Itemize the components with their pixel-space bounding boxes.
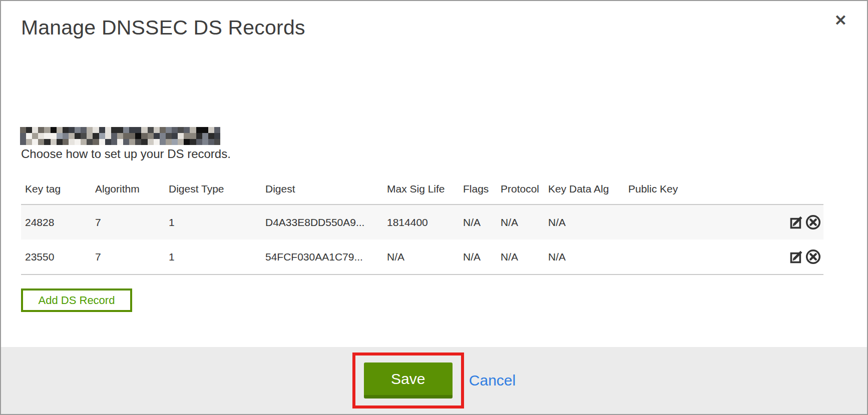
col-header-digest: Digest xyxy=(261,170,383,204)
cell-public-key xyxy=(624,240,698,274)
table-row: 24828 7 1 D4A33E8DD550A9... 1814400 N/A … xyxy=(21,204,823,240)
modal-footer: Save Cancel xyxy=(1,347,867,414)
delete-record-button[interactable] xyxy=(805,214,821,230)
col-header-digest-type: Digest Type xyxy=(165,170,261,204)
cell-protocol: N/A xyxy=(497,204,544,240)
col-header-max-sig-life: Max Sig Life xyxy=(383,170,459,204)
instruction-text: Choose how to set up your DS records. xyxy=(21,147,231,161)
delete-circle-x-icon xyxy=(805,224,821,232)
cell-key-tag: 23550 xyxy=(21,240,91,274)
cell-digest: D4A33E8DD550A9... xyxy=(261,204,383,240)
cell-digest: 54FCF030AA1C79... xyxy=(261,240,383,274)
save-button[interactable]: Save xyxy=(364,362,453,398)
edit-icon xyxy=(788,224,805,232)
edit-record-button[interactable] xyxy=(788,248,805,265)
cell-public-key xyxy=(624,204,698,240)
table-header-row: Key tag Algorithm Digest Type Digest Max… xyxy=(21,170,823,204)
edit-record-button[interactable] xyxy=(788,214,805,230)
edit-icon xyxy=(788,259,805,266)
delete-record-button[interactable] xyxy=(805,248,821,265)
col-header-protocol: Protocol xyxy=(497,170,544,204)
add-ds-record-button[interactable]: Add DS Record xyxy=(21,288,132,312)
cell-digest-type: 1 xyxy=(165,240,261,274)
cell-key-tag: 24828 xyxy=(21,204,91,240)
col-header-public-key: Public Key xyxy=(624,170,698,204)
cell-flags: N/A xyxy=(459,240,497,274)
cancel-link[interactable]: Cancel xyxy=(469,372,516,389)
table-row: 23550 7 1 54FCF030AA1C79... N/A N/A N/A … xyxy=(21,240,823,274)
cell-key-data-alg: N/A xyxy=(544,204,624,240)
redacted-domain-name xyxy=(20,127,220,145)
ds-records-table: Key tag Algorithm Digest Type Digest Max… xyxy=(21,170,823,275)
cell-key-data-alg: N/A xyxy=(544,240,624,274)
col-header-flags: Flags xyxy=(459,170,497,204)
page-title: Manage DNSSEC DS Records xyxy=(21,16,305,40)
red-annotation-rectangle: Save xyxy=(352,352,464,408)
cell-max-sig-life: N/A xyxy=(383,240,459,274)
delete-circle-x-icon xyxy=(805,259,821,266)
cell-max-sig-life: 1814400 xyxy=(383,204,459,240)
col-header-key-data-alg: Key Data Alg xyxy=(544,170,624,204)
col-header-algorithm: Algorithm xyxy=(91,170,165,204)
col-header-actions xyxy=(698,170,823,204)
close-icon[interactable]: ✕ xyxy=(834,13,847,28)
manage-dnssec-modal: Manage DNSSEC DS Records ✕ Choose how to… xyxy=(0,0,868,415)
cell-algorithm: 7 xyxy=(91,240,165,274)
cell-algorithm: 7 xyxy=(91,204,165,240)
cell-digest-type: 1 xyxy=(165,204,261,240)
col-header-key-tag: Key tag xyxy=(21,170,91,204)
cell-flags: N/A xyxy=(459,204,497,240)
cell-protocol: N/A xyxy=(497,240,544,274)
